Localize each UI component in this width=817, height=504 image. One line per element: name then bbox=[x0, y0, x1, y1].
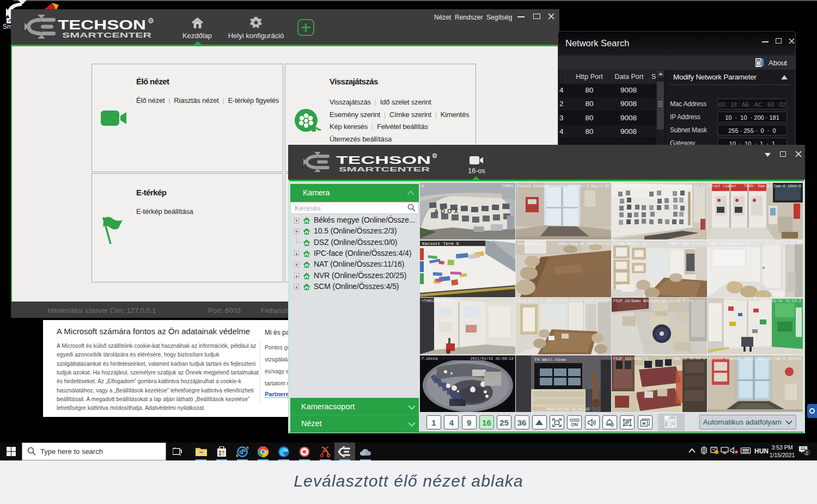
svg-text:<ThM1553.8k-V7: <ThM1553.8k-V7 bbox=[422, 299, 454, 303]
svg-text:TAVH: Kam-10 2021/01/15: TAVH: Kam-10 2021/01/15 bbox=[557, 242, 609, 246]
svg-text:f.ukeza: f.ukeza bbox=[422, 356, 437, 360]
svg-text:TAVH: Kam-8 18:5: TAVH: Kam-8 18:5 bbox=[669, 242, 705, 246]
svg-text:F51P 10/6amn 3: F51P 10/6amn 3 bbox=[613, 299, 645, 303]
svg-text:2: 2 bbox=[806, 450, 808, 456]
svg-text:Ebedlo bejarat 3: Ebedlo bejarat 3 bbox=[613, 184, 650, 188]
svg-text:Feszek Szauter: Feszek Szauter bbox=[709, 357, 741, 361]
svg-text:T-108 Shidn. E:: T-108 Shidn. E: bbox=[613, 242, 648, 246]
svg-text:SMARTCENTER: SMARTCENTER bbox=[339, 166, 430, 173]
svg-text:N: N bbox=[422, 184, 424, 188]
svg-text:F51P 10/6amnelm 72: F51P 10/6amnelm 72 bbox=[709, 242, 751, 246]
svg-text:2021/01/15 15:54:31: 2021/01/15 15:54:31 bbox=[662, 184, 705, 188]
svg-text:Kam-15 15:54 U: Kam-15 15:54 U bbox=[673, 357, 705, 361]
svg-text:2021/01/15 15:54:4 Thermite: 2021/01/15 15:54:4 Thermite bbox=[644, 299, 705, 303]
svg-text:TAVH: Kam-16 Cam-6 10kE/6: TAVH: Kam-16 Cam-6 10kE/6 bbox=[744, 357, 801, 361]
svg-text:TV-Wall-View: TV-Wall-View bbox=[534, 357, 566, 362]
svg-text:2021/01/15 15:55: 2021/01/15 15:55 bbox=[765, 242, 801, 246]
svg-text:R: R bbox=[149, 19, 152, 23]
svg-text:TECHSON: TECHSON bbox=[58, 17, 146, 32]
svg-text:Feszek Szauter: Feszek Szauter bbox=[517, 184, 550, 188]
svg-text:Kacsott Term 9: Kacsott Term 9 bbox=[422, 241, 459, 246]
svg-text:2021/01/15 15:54:32: 2021/01/15 15:54:32 bbox=[546, 407, 590, 411]
svg-text:2021/01/15 15:53:2: 2021/01/15 15:53:2 bbox=[760, 299, 801, 303]
svg-text:Front Loader: Front Loader bbox=[709, 184, 736, 188]
svg-text:ADOX: ADOX bbox=[434, 208, 460, 214]
svg-text:0b/m Wall: 0b/m Wall bbox=[517, 242, 538, 246]
svg-text:CAM01: CAM01 bbox=[502, 184, 514, 188]
svg-text:TECHSON: TECHSON bbox=[336, 153, 431, 166]
svg-text:Kamera: 1 Kep:1 OK: Kamera: 1 Kep:1 OK bbox=[568, 184, 609, 188]
svg-text:R: R bbox=[434, 154, 436, 158]
svg-text:2021/01/15 15:08:12: 2021/01/15 15:08:12 bbox=[470, 356, 514, 360]
svg-text:SMARTCENTER: SMARTCENTER bbox=[62, 31, 152, 39]
svg-text:TAVH: Kam-16 Cam-6 10kE/6: TAVH: Kam-16 Cam-6 10kE/6 bbox=[744, 184, 801, 188]
svg-text:0b/m Wall 6: 0b/m Wall 6 bbox=[517, 299, 542, 303]
svg-text:2021/01/15 5x3.6 Door opener: 2021/01/15 5x3.6 Door opener bbox=[545, 299, 609, 303]
svg-text:F51P 102/6amn 3: F51P 102/6amn 3 bbox=[613, 357, 648, 361]
